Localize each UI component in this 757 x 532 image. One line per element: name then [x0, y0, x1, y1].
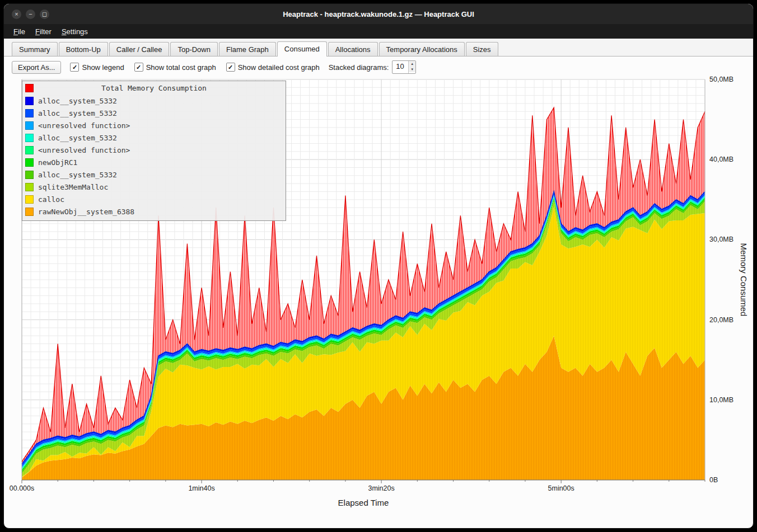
- y-tick-label: 0B: [709, 476, 718, 484]
- window-title: Heaptrack - heaptrack.wakunode.1.gz — He…: [4, 10, 753, 18]
- menu-file[interactable]: File: [8, 26, 30, 37]
- checkbox-label[interactable]: Show legend: [82, 63, 124, 72]
- spinbox-value: 10: [392, 61, 408, 73]
- legend-item: alloc__system_5332: [22, 107, 286, 119]
- checkbox-check-icon[interactable]: ✓: [226, 63, 235, 72]
- area-layer-6-alloc-system-5332: [22, 192, 705, 465]
- checkbox-check-icon[interactable]: ✓: [134, 63, 143, 72]
- close-button[interactable]: ×: [12, 10, 21, 19]
- legend-item: newObjRC1: [22, 156, 286, 168]
- spinbox-buttons: ▲ ▼: [408, 61, 415, 73]
- stacked-diagrams-label: Stacked diagrams:: [329, 63, 389, 72]
- x-tick-label: 3min20s: [368, 484, 394, 492]
- menu-filter[interactable]: Filter: [30, 26, 57, 37]
- legend-label: alloc__system_5332: [38, 171, 117, 179]
- y-axis-title: Memory Consumed: [739, 243, 749, 317]
- legend-swatch: [25, 109, 34, 117]
- checkbox-label[interactable]: Show total cost graph: [146, 63, 216, 72]
- area-layer-2-unresolved-function: [22, 197, 705, 470]
- legend-label: alloc__system_5332: [38, 109, 117, 117]
- spinbox-up-icon[interactable]: ▲: [409, 61, 415, 67]
- area-sqlite3memmalloc: [22, 201, 705, 477]
- legend-item: rawNewObj__system_6388: [22, 205, 286, 218]
- y-tick-label: 40,0MB: [709, 156, 733, 163]
- x-tick-label: 00.000s: [10, 484, 34, 492]
- legend-item: alloc__system_5332: [22, 131, 286, 144]
- x-tick-label: 1min40s: [188, 484, 214, 492]
- tab-summary[interactable]: Summary: [12, 42, 58, 56]
- chart-legend: Total Memory Consumption alloc__system_5…: [22, 81, 286, 221]
- y-tick-label: 30,0MB: [709, 236, 733, 243]
- legend-swatch: [25, 134, 34, 142]
- legend-title-swatch: [25, 84, 34, 92]
- legend-label: calloc: [38, 195, 64, 204]
- spinbox-down-icon[interactable]: ▼: [409, 67, 415, 72]
- legend-label: rawNewObj__system_6388: [38, 208, 134, 216]
- tab-sizes[interactable]: Sizes: [466, 42, 498, 56]
- x-axis-title: Elapsed Time: [338, 498, 389, 507]
- area-layer-5-alloc-system-5332: [22, 193, 705, 467]
- legend-swatch: [25, 208, 34, 216]
- legend-item: calloc: [22, 193, 286, 205]
- show-total-cost-graph-checkbox[interactable]: ✓Show total cost graph: [134, 63, 216, 72]
- legend-title: Total Memory Consumption: [22, 82, 286, 95]
- show-detailed-cost-graph-checkbox[interactable]: ✓Show detailed cost graph: [226, 63, 320, 72]
- legend-label: <unresolved function>: [38, 121, 130, 130]
- toolbar: Export As... ✓Show legend✓Show total cos…: [4, 57, 753, 77]
- legend-swatch: [25, 146, 34, 154]
- area-layer-3-alloc-system-5332: [22, 196, 705, 469]
- area-layer-0-alloc-system-5332: [22, 199, 705, 473]
- legend-label: <unresolved function>: [38, 146, 130, 154]
- tab-temporary-allocations[interactable]: Temporary Allocations: [379, 42, 465, 56]
- y-tick-label: 20,0MB: [709, 316, 733, 324]
- legend-item: alloc__system_5332: [22, 95, 286, 107]
- legend-label: sqlite3MemMalloc: [38, 183, 108, 191]
- y-tick-label: 10,0MB: [709, 396, 733, 404]
- stacked-diagrams-control: Stacked diagrams: 10 ▲ ▼: [329, 60, 417, 74]
- minimize-button[interactable]: −: [26, 10, 35, 19]
- tab-allocations[interactable]: Allocations: [328, 42, 378, 56]
- show-legend-checkbox[interactable]: ✓Show legend: [70, 63, 124, 72]
- x-tick-label: 5min00s: [548, 484, 574, 492]
- tab-caller-callee[interactable]: Caller / Callee: [109, 42, 170, 56]
- area-rawnewobj-system-6388: [22, 336, 705, 480]
- export-as-button[interactable]: Export As...: [12, 61, 61, 74]
- legend-swatch: [25, 121, 34, 130]
- maximize-button[interactable]: ◻: [40, 10, 49, 19]
- legend-item: alloc__system_5332: [22, 168, 286, 181]
- checkbox-label[interactable]: Show detailed cost graph: [238, 63, 320, 72]
- legend-label: newObjRC1: [38, 158, 77, 167]
- legend-label: alloc__system_5332: [38, 97, 117, 105]
- legend-swatch: [25, 183, 34, 191]
- legend-swatch: [25, 171, 34, 179]
- tab-bar: SummaryBottom-UpCaller / CalleeTop-DownF…: [4, 39, 753, 57]
- tab-top-down[interactable]: Top-Down: [170, 42, 218, 56]
- legend-item: <unresolved function>: [22, 119, 286, 131]
- checkbox-check-icon[interactable]: ✓: [70, 63, 79, 72]
- checkbox-group: ✓Show legend✓Show total cost graph✓Show …: [70, 63, 319, 72]
- window-controls: ×−◻: [12, 10, 49, 19]
- area-layer-1-newobjrc1: [22, 197, 705, 472]
- legend-item: sqlite3MemMalloc: [22, 181, 286, 193]
- area-layer-4-unresolved-function: [22, 195, 705, 468]
- menu-bar: FileFilterSettings: [4, 24, 753, 39]
- legend-label: alloc__system_5332: [38, 134, 117, 142]
- title-bar: Heaptrack - heaptrack.wakunode.1.gz — He…: [4, 4, 753, 24]
- legend-items: alloc__system_5332alloc__system_5332<unr…: [22, 95, 286, 218]
- stack-top-outline: [22, 192, 705, 464]
- tab-consumed[interactable]: Consumed: [277, 41, 327, 57]
- app-window: Heaptrack - heaptrack.wakunode.1.gz — He…: [3, 3, 754, 529]
- legend-item: <unresolved function>: [22, 144, 286, 156]
- legend-swatch: [25, 158, 34, 167]
- stacked-diagrams-spinbox[interactable]: 10 ▲ ▼: [392, 60, 416, 74]
- legend-swatch: [25, 97, 34, 105]
- legend-title-row: Total Memory Consumption: [22, 82, 286, 95]
- area-calloc: [22, 207, 705, 478]
- tab-bottom-up[interactable]: Bottom-Up: [59, 42, 108, 56]
- tab-flame-graph[interactable]: Flame Graph: [219, 42, 276, 56]
- legend-swatch: [25, 195, 34, 204]
- menu-settings[interactable]: Settings: [57, 26, 93, 37]
